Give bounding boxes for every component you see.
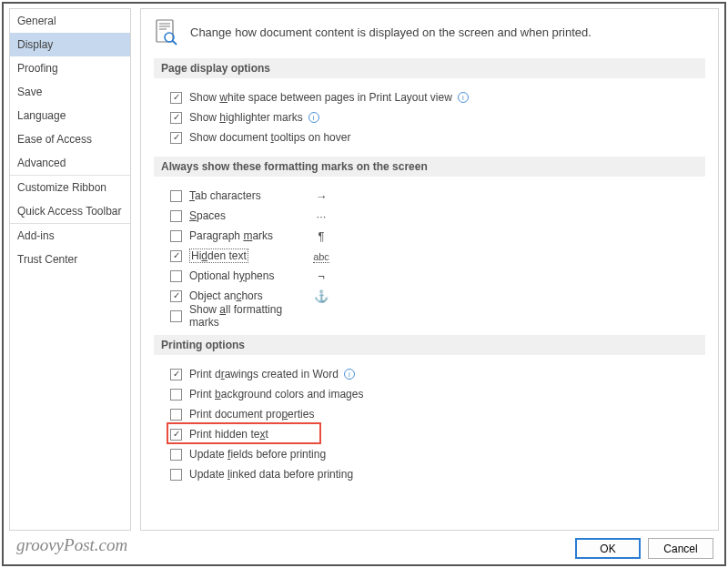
- option-label: Show white space between pages in Print …: [189, 91, 452, 104]
- checkbox[interactable]: [170, 132, 182, 144]
- checkbox[interactable]: [170, 290, 182, 302]
- info-icon[interactable]: i: [308, 112, 319, 123]
- option-label: Paragraph marks: [189, 229, 308, 242]
- option-label: Print background colors and images: [189, 388, 363, 401]
- page-display-option: Show highlighter marksi: [154, 107, 705, 127]
- formatting-mark-option: Paragraph marks¶: [154, 226, 705, 246]
- info-icon[interactable]: i: [344, 369, 355, 380]
- option-label: Object anchors: [189, 289, 308, 302]
- option-label: Show highlighter marks: [189, 111, 303, 124]
- checkbox[interactable]: [170, 230, 182, 242]
- sidebar-item-general[interactable]: General: [10, 9, 130, 33]
- checkbox[interactable]: [170, 250, 182, 262]
- cancel-button[interactable]: Cancel: [648, 538, 713, 559]
- option-label: Show document tooltips on hover: [189, 131, 350, 144]
- page-display-option: Show document tooltips on hover: [154, 127, 705, 147]
- option-label: Spaces: [189, 209, 308, 222]
- formatting-symbol: ¶: [308, 229, 335, 243]
- sidebar-item-display[interactable]: Display: [10, 33, 130, 56]
- sidebar-item-save[interactable]: Save: [10, 80, 130, 104]
- display-settings-icon: [154, 18, 179, 46]
- options-sidebar: General Display Proofing Save Language E…: [9, 8, 131, 531]
- sidebar-item-proofing[interactable]: Proofing: [10, 56, 130, 80]
- checkbox[interactable]: [170, 190, 182, 202]
- option-label: Hidden text: [189, 248, 308, 263]
- formatting-symbol: abc: [308, 249, 335, 263]
- info-icon[interactable]: i: [458, 92, 469, 103]
- formatting-mark-option: Optional hyphens¬: [154, 266, 705, 286]
- dialog-buttons: OK Cancel: [9, 531, 719, 559]
- printing-option: Print background colors and images: [154, 384, 705, 404]
- checkbox[interactable]: [170, 92, 182, 104]
- formatting-mark-option: Spaces···: [154, 206, 705, 226]
- section-page-display-options: Page display options: [154, 58, 705, 78]
- printing-option: Print hidden text: [154, 424, 705, 444]
- checkbox[interactable]: [170, 389, 182, 401]
- checkbox[interactable]: [170, 469, 182, 481]
- page-display-option: Show white space between pages in Print …: [154, 87, 705, 107]
- sidebar-item-language[interactable]: Language: [10, 104, 130, 127]
- sidebar-item-ease-of-access[interactable]: Ease of Access: [10, 127, 130, 151]
- sidebar-item-customize-ribbon[interactable]: Customize Ribbon: [10, 176, 130, 199]
- option-label: Print hidden text: [189, 428, 268, 441]
- options-content: Change how document content is displayed…: [140, 8, 719, 531]
- sidebar-item-quick-access-toolbar[interactable]: Quick Access Toolbar: [10, 199, 130, 223]
- section-printing-options: Printing options: [154, 335, 705, 355]
- ok-button[interactable]: OK: [575, 538, 641, 559]
- formatting-symbol: ···: [308, 209, 335, 223]
- formatting-symbol: →: [308, 189, 335, 203]
- checkbox[interactable]: [170, 429, 182, 441]
- formatting-symbol: ¬: [308, 269, 335, 283]
- option-label: Update linked data before printing: [189, 468, 353, 481]
- svg-line-5: [173, 41, 177, 45]
- checkbox[interactable]: [170, 409, 182, 421]
- option-label: Show all formatting marks: [189, 303, 308, 329]
- option-label: Tab characters: [189, 189, 308, 202]
- sidebar-item-trust-center[interactable]: Trust Center: [10, 248, 130, 271]
- printing-option: Update linked data before printing: [154, 464, 705, 484]
- option-label: Optional hyphens: [189, 269, 308, 282]
- sidebar-item-add-ins[interactable]: Add-ins: [10, 224, 130, 248]
- option-label: Print document properties: [189, 408, 314, 421]
- printing-option: Print document properties: [154, 404, 705, 424]
- sidebar-item-advanced[interactable]: Advanced: [10, 151, 130, 175]
- printing-option: Update fields before printing: [154, 444, 705, 464]
- option-label: Update fields before printing: [189, 448, 326, 461]
- checkbox[interactable]: [170, 210, 182, 222]
- formatting-mark-option: Tab characters→: [154, 186, 705, 206]
- section-formatting-marks: Always show these formatting marks on th…: [154, 157, 705, 177]
- header-description: Change how document content is displayed…: [190, 25, 592, 39]
- checkbox[interactable]: [170, 270, 182, 282]
- checkbox[interactable]: [170, 449, 182, 461]
- checkbox[interactable]: [170, 112, 182, 124]
- formatting-mark-option: Show all formatting marks: [154, 306, 705, 326]
- option-label: Print drawings created in Word: [189, 368, 339, 380]
- formatting-symbol: ⚓: [308, 289, 335, 303]
- checkbox[interactable]: [170, 310, 182, 322]
- checkbox[interactable]: [170, 369, 182, 380]
- printing-option: Print drawings created in Wordi: [154, 364, 705, 384]
- formatting-mark-option: Hidden textabc: [154, 246, 705, 266]
